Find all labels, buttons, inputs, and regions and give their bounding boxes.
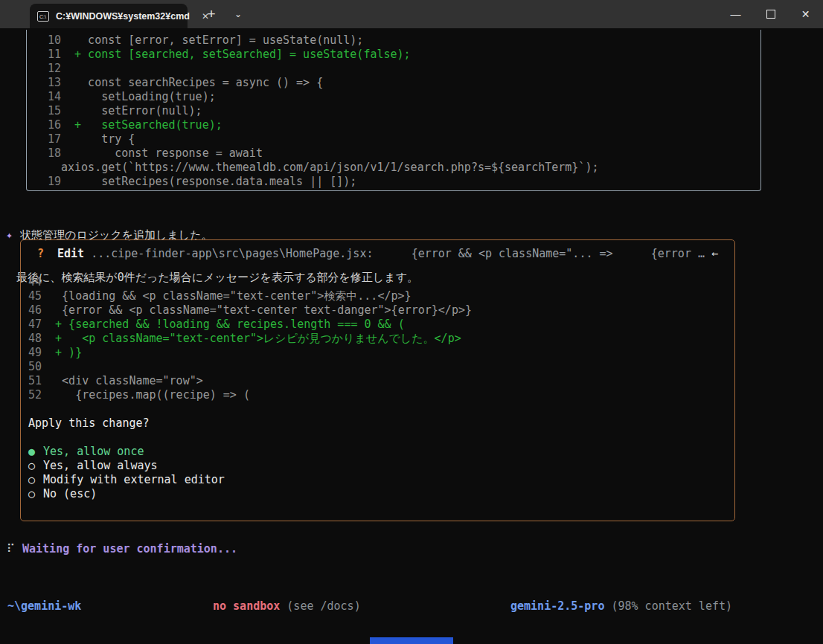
taskbar-sliver (370, 637, 453, 644)
context-left-label: (98% context left) (611, 599, 732, 613)
option-label: Yes, allow always (43, 459, 158, 473)
gemini-sparkle-icon: ✦ (6, 228, 13, 242)
radio-icon: ○ (28, 459, 43, 473)
radio-icon: ○ (28, 487, 43, 501)
maximize-button[interactable] (753, 0, 788, 28)
spinner-icon: ⠏ (7, 542, 15, 556)
status-message: Waiting for user confirmation... (22, 542, 237, 556)
radio-icon: ○ (28, 473, 43, 487)
option-label: Yes, allow once (43, 445, 144, 459)
cmd-icon: C:\ (37, 11, 49, 22)
edit-hunk-preview-tail: {error … (651, 247, 705, 261)
edit-file-path: ...cipe-finder-app\src\pages\HomePage.js… (91, 247, 373, 261)
diff-line: 18 const response = await (27, 146, 760, 161)
edit-confirmation-panel: ? Edit ...cipe-finder-app\src\pages\Home… (20, 239, 735, 521)
new-tab-button[interactable]: + (202, 6, 220, 22)
question-icon: ? (37, 247, 44, 261)
diff-line: 17 try { (27, 132, 760, 146)
diff-line: 15 setError(null); (27, 104, 760, 118)
code-diff-box: 10 const [error, setError] = useState(nu… (26, 30, 761, 191)
diff-line: 13 const searchRecipes = async () => { (27, 76, 760, 90)
minimize-button[interactable]: — (718, 0, 753, 28)
terminal-tab[interactable]: C:\ C:¥WINDOWS¥system32¥cmd ✕ (30, 4, 188, 28)
edit-diff-line: 52 {recipes.map((recipe) => ( (21, 388, 734, 402)
option-yes-allow-always[interactable]: ○Yes, allow always (28, 459, 734, 473)
confirmation-options: ●Yes, allow once○Yes, allow always○Modif… (21, 445, 734, 501)
edit-diff-lines: 4445 {loading && <p className="text-cent… (21, 275, 734, 402)
edit-diff-line: 49 + )} (21, 346, 734, 360)
window-titlebar: C:\ C:¥WINDOWS¥system32¥cmd ✕ + ⌄ — ✕ (0, 0, 823, 28)
model-status: gemini-2.5-pro (98% context left) (510, 599, 732, 614)
edit-diff-line: 45 {loading && <p className="text-center… (21, 289, 734, 303)
edit-hunk-preview: {error && <p className="... => (412, 247, 613, 261)
model-label: gemini-2.5-pro (510, 599, 604, 613)
diff-line: 12 (27, 62, 760, 76)
footer-bar: ~\gemini-wk no sandbox (see /docs) gemin… (0, 599, 823, 614)
diff-line: 19 setRecipes(response.data.meals || [])… (27, 175, 760, 189)
sandbox-status: no sandbox (see /docs) (213, 599, 361, 614)
option-label: No (esc) (43, 487, 97, 501)
option-label: Modify with external editor (43, 473, 225, 487)
edit-diff-line: 46 {error && <p className="text-center t… (21, 303, 734, 318)
edit-diff-line: 48 + <p className="text-center">レシピが見つかり… (21, 332, 734, 346)
window-controls: — ✕ (718, 0, 823, 28)
edit-diff-line: 47 + {searched && !loading && recipes.le… (21, 318, 734, 332)
option-yes-allow-once[interactable]: ●Yes, allow once (28, 445, 734, 459)
diff-line: 11 + const [searched, setSearched] = use… (27, 48, 760, 62)
left-arrow-icon: ← (711, 247, 718, 261)
close-button[interactable]: ✕ (788, 0, 823, 28)
option-modify-with-external-editor[interactable]: ○Modify with external editor (28, 473, 734, 487)
terminal-content: 10 const [error, setError] = useState(nu… (0, 28, 823, 644)
edit-diff-line: 50 (21, 360, 734, 374)
edit-diff-line: 44 (21, 275, 734, 289)
option-no-esc-[interactable]: ○No (esc) (28, 487, 734, 501)
diff-line: 16 + setSearched(true); (27, 118, 760, 132)
radio-selected-icon: ● (28, 445, 43, 459)
edit-title: Edit (57, 247, 84, 261)
sandbox-label: no sandbox (213, 599, 280, 613)
code-diff-lines: 10 const [error, setError] = useState(nu… (27, 33, 760, 189)
tab-title: C:¥WINDOWS¥system32¥cmd (56, 11, 190, 22)
diff-line: axios.get(`https://www.themealdb.com/api… (27, 161, 760, 175)
diff-line: 10 const [error, setError] = useState(nu… (27, 33, 760, 48)
diff-line: 14 setLoading(true); (27, 90, 760, 104)
status-line: ⠏Waiting for user confirmation... (7, 542, 237, 556)
edit-diff-line: 51 <div className="row"> (21, 374, 734, 388)
sandbox-hint: (see /docs) (286, 599, 360, 613)
maximize-icon (766, 10, 775, 19)
tab-dropdown-icon[interactable]: ⌄ (229, 9, 247, 19)
terminal-window: C:\ C:¥WINDOWS¥system32¥cmd ✕ + ⌄ — ✕ 10… (0, 0, 823, 644)
apply-prompt: Apply this change? (21, 416, 734, 431)
cwd-label: ~\gemini-wk (7, 599, 81, 614)
edit-panel-header: ? Edit ...cipe-finder-app\src\pages\Home… (21, 247, 734, 261)
